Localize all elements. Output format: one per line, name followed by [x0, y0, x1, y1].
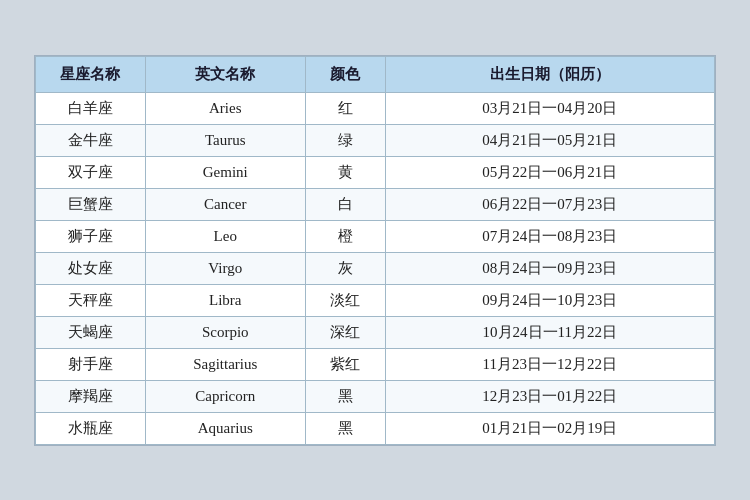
cell-en: Virgo	[145, 252, 305, 284]
cell-date: 10月24日一11月22日	[385, 316, 714, 348]
table-row: 双子座Gemini黄05月22日一06月21日	[36, 156, 715, 188]
cell-color: 紫红	[305, 348, 385, 380]
cell-en: Capricorn	[145, 380, 305, 412]
cell-color: 深红	[305, 316, 385, 348]
cell-en: Scorpio	[145, 316, 305, 348]
table-row: 白羊座Aries红03月21日一04月20日	[36, 92, 715, 124]
table-row: 处女座Virgo灰08月24日一09月23日	[36, 252, 715, 284]
cell-color: 橙	[305, 220, 385, 252]
zodiac-table-container: 星座名称 英文名称 颜色 出生日期（阳历） 白羊座Aries红03月21日一04…	[34, 55, 716, 446]
cell-date: 06月22日一07月23日	[385, 188, 714, 220]
cell-date: 01月21日一02月19日	[385, 412, 714, 444]
cell-zh: 水瓶座	[36, 412, 146, 444]
cell-zh: 巨蟹座	[36, 188, 146, 220]
cell-zh: 金牛座	[36, 124, 146, 156]
cell-color: 黑	[305, 380, 385, 412]
cell-zh: 白羊座	[36, 92, 146, 124]
cell-en: Leo	[145, 220, 305, 252]
header-color: 颜色	[305, 56, 385, 92]
cell-en: Gemini	[145, 156, 305, 188]
cell-zh: 天秤座	[36, 284, 146, 316]
cell-en: Cancer	[145, 188, 305, 220]
cell-en: Aries	[145, 92, 305, 124]
cell-en: Sagittarius	[145, 348, 305, 380]
cell-en: Aquarius	[145, 412, 305, 444]
cell-zh: 狮子座	[36, 220, 146, 252]
cell-date: 12月23日一01月22日	[385, 380, 714, 412]
table-row: 天秤座Libra淡红09月24日一10月23日	[36, 284, 715, 316]
cell-date: 03月21日一04月20日	[385, 92, 714, 124]
cell-date: 08月24日一09月23日	[385, 252, 714, 284]
cell-date: 09月24日一10月23日	[385, 284, 714, 316]
table-row: 射手座Sagittarius紫红11月23日一12月22日	[36, 348, 715, 380]
cell-color: 绿	[305, 124, 385, 156]
cell-zh: 处女座	[36, 252, 146, 284]
cell-color: 灰	[305, 252, 385, 284]
table-row: 巨蟹座Cancer白06月22日一07月23日	[36, 188, 715, 220]
cell-date: 04月21日一05月21日	[385, 124, 714, 156]
cell-en: Libra	[145, 284, 305, 316]
cell-en: Taurus	[145, 124, 305, 156]
cell-zh: 天蝎座	[36, 316, 146, 348]
table-row: 金牛座Taurus绿04月21日一05月21日	[36, 124, 715, 156]
table-header-row: 星座名称 英文名称 颜色 出生日期（阳历）	[36, 56, 715, 92]
cell-date: 11月23日一12月22日	[385, 348, 714, 380]
header-zh: 星座名称	[36, 56, 146, 92]
table-body: 白羊座Aries红03月21日一04月20日金牛座Taurus绿04月21日一0…	[36, 92, 715, 444]
table-row: 狮子座Leo橙07月24日一08月23日	[36, 220, 715, 252]
cell-date: 07月24日一08月23日	[385, 220, 714, 252]
cell-color: 淡红	[305, 284, 385, 316]
table-row: 摩羯座Capricorn黑12月23日一01月22日	[36, 380, 715, 412]
cell-zh: 双子座	[36, 156, 146, 188]
header-en: 英文名称	[145, 56, 305, 92]
table-row: 水瓶座Aquarius黑01月21日一02月19日	[36, 412, 715, 444]
cell-color: 白	[305, 188, 385, 220]
cell-color: 红	[305, 92, 385, 124]
header-date: 出生日期（阳历）	[385, 56, 714, 92]
cell-zh: 射手座	[36, 348, 146, 380]
cell-color: 黑	[305, 412, 385, 444]
cell-color: 黄	[305, 156, 385, 188]
zodiac-table: 星座名称 英文名称 颜色 出生日期（阳历） 白羊座Aries红03月21日一04…	[35, 56, 715, 445]
cell-date: 05月22日一06月21日	[385, 156, 714, 188]
cell-zh: 摩羯座	[36, 380, 146, 412]
table-row: 天蝎座Scorpio深红10月24日一11月22日	[36, 316, 715, 348]
